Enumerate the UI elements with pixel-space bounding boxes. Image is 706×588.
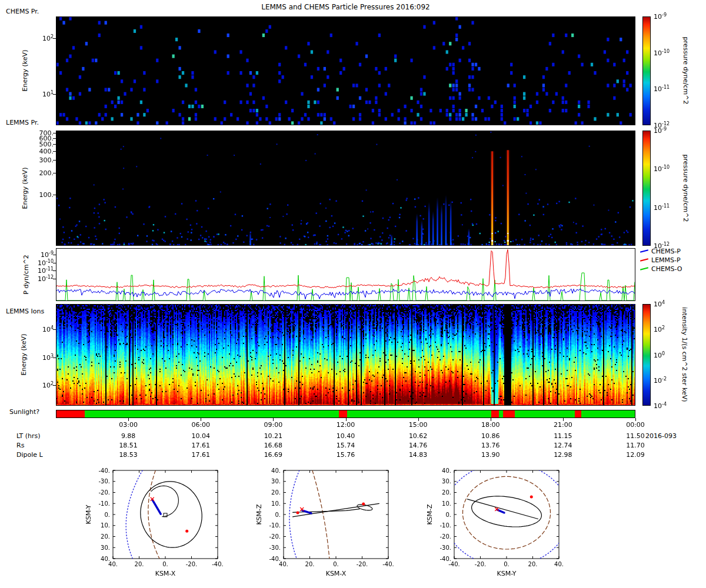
orbit-y-tick: -20. [439, 533, 451, 540]
tick-mark [563, 418, 564, 421]
figure: LEMMS and CHEMS Particle Pressures 2016:… [0, 0, 706, 588]
orbit-y-tick: 40. [442, 467, 451, 474]
tick-label: 10.21 [264, 432, 283, 440]
tick-label: 10-10 [38, 258, 54, 267]
tick-mark [346, 418, 347, 421]
tick-mark [53, 358, 56, 358]
tick-mark [53, 173, 56, 173]
tick-label: 10-10 [654, 48, 670, 57]
tick-mark [53, 38, 56, 39]
orbit-y-tick: 10. [271, 500, 281, 507]
tick-label: 10-11 [654, 203, 670, 212]
tick-label: 102 [654, 325, 665, 334]
orbit-y-tick: 10. [442, 500, 451, 507]
orbit-x-tick: 20. [135, 561, 144, 567]
tick-label: 10-9 [41, 250, 54, 259]
tick-label: 104 [654, 300, 665, 309]
orbit-y-tick: -40. [98, 467, 110, 474]
tick-label: 10.40 [337, 432, 355, 440]
tick-label: 11.70 [626, 442, 645, 449]
tick-mark [53, 263, 56, 263]
tick-label: 14.83 [409, 451, 428, 459]
tick-label: 16.68 [264, 442, 283, 449]
tick-label: 03:00 [119, 421, 138, 429]
orbit-y-axis-label: KSM-Z [255, 504, 263, 525]
tick-mark [53, 270, 56, 271]
orbit-y-tick: 30. [101, 544, 110, 551]
moon-marker [185, 530, 188, 533]
orbit-y-tick: 30. [271, 478, 281, 485]
orbit-x-tick: -40. [212, 561, 224, 567]
orbit-y-tick: -20. [98, 489, 110, 496]
orbit-y-tick: 20. [442, 489, 451, 496]
orbit-y-tick: -40. [439, 556, 451, 562]
moon-marker [530, 496, 533, 499]
tick-mark [418, 418, 419, 421]
bow-shock-curve [126, 470, 142, 559]
tick-mark [53, 279, 56, 279]
orbit-x-tick: 40. [279, 561, 288, 567]
tick-label: 16.69 [264, 451, 283, 459]
tick-label: 10-2 [654, 376, 667, 385]
bow-shock-curve [444, 463, 570, 566]
orbit-x-tick: 0. [162, 561, 168, 567]
tick-label: 09:00 [264, 421, 283, 429]
tick-label: 14.76 [409, 442, 428, 449]
moon-marker [297, 512, 299, 514]
orbit-x-axis-label: KSM-X [326, 570, 347, 577]
tick-mark [53, 329, 56, 330]
tick-label: 12.74 [554, 442, 572, 449]
tick-mark [201, 418, 201, 421]
tick-label: 11.50 [626, 432, 645, 440]
orbit-x-tick: -20. [186, 561, 198, 567]
orbit-path [141, 482, 202, 547]
orbit-y-tick: -30. [439, 544, 451, 551]
tick-label: 100. [39, 191, 54, 199]
tick-label: 400. [39, 147, 54, 155]
tick-mark [53, 385, 56, 386]
tick-label: 10-11 [654, 85, 670, 93]
orbit-path [472, 496, 542, 527]
orbit-x-tick: -20. [357, 561, 368, 567]
orbit-y-tick: -10. [439, 522, 451, 529]
tick-label: 15.76 [337, 451, 355, 459]
orbit-x-tick: -40. [448, 561, 460, 567]
spacecraft-track [152, 500, 161, 514]
tick-label: 18.51 [119, 442, 138, 449]
tick-label: 12.98 [554, 451, 572, 459]
tick-label: 21:00 [554, 421, 572, 429]
tick-label: 06:00 [191, 421, 210, 429]
orbit-x-tick: -40. [382, 561, 394, 567]
tick-mark [635, 418, 636, 421]
orbit-x-tick: 40. [108, 561, 118, 567]
tick-label: 10.86 [481, 432, 500, 440]
tick-label: 9.88 [121, 432, 136, 440]
orbit-y-tick: -20. [269, 533, 281, 540]
bow-shock-curve [289, 470, 299, 559]
tick-mark [53, 195, 56, 195]
tick-label: 101 [42, 90, 54, 99]
orbit-y-axis-label: KSM-Z [426, 504, 434, 525]
tick-mark [273, 418, 274, 421]
tick-label: 10-12 [654, 242, 670, 250]
tick-mark [53, 144, 56, 145]
tick-label: 10-4 [654, 402, 667, 410]
tick-mark [53, 138, 56, 139]
orbit-x-tick: 20. [528, 561, 538, 567]
tick-mark [53, 255, 56, 255]
orbit-x-tick: -20. [475, 561, 487, 567]
tick-label: 13.90 [481, 451, 500, 459]
tick-label: 100 [654, 350, 665, 359]
tick-label: 10-11 [38, 266, 54, 275]
orbit-x-tick: 0. [504, 561, 509, 567]
tick-label: 15:00 [409, 421, 428, 429]
tick-label: 17.61 [192, 442, 211, 449]
orbit-y-tick: 40. [271, 467, 281, 474]
orbit-y-tick: 40. [101, 556, 110, 562]
tick-label: 13.76 [481, 442, 500, 449]
tick-label: 102 [42, 381, 54, 390]
tick-label: 300. [39, 156, 54, 164]
tick-label: 18.53 [119, 451, 138, 459]
orbit-y-tick: 0. [445, 512, 451, 518]
tick-mark [128, 418, 129, 421]
